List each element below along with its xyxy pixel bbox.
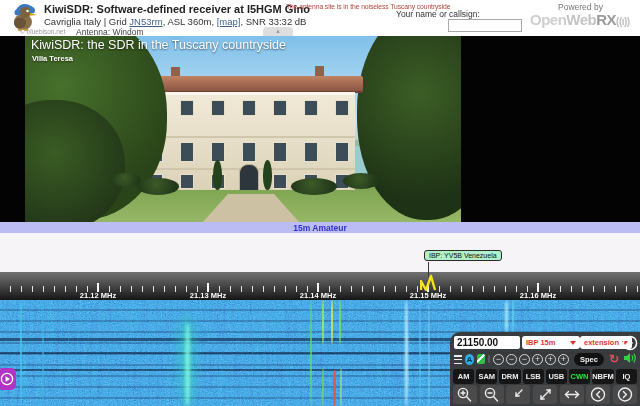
villa-window (273, 174, 287, 189)
mode-button-iq[interactable]: IQ (616, 369, 637, 384)
beacon-label[interactable]: IBP: YV5B Venezuela (424, 250, 502, 261)
wf-minus-button-1[interactable]: − (506, 354, 517, 365)
snapshot-icon[interactable] (477, 354, 485, 364)
villa-facade (143, 92, 355, 190)
signal-streak (548, 300, 550, 330)
mode-button-nbfm[interactable]: NBFM (592, 369, 614, 384)
frequency-scale[interactable]: 21.12 MHz21.13 MHz21.14 MHz21.15 MHz21.1… (0, 272, 640, 300)
band-select[interactable]: IBP 15m (522, 336, 580, 349)
photo-cypress (213, 160, 222, 190)
zoom-button-row (453, 385, 637, 404)
villa-window (211, 142, 225, 162)
play-icon (622, 335, 638, 351)
brand-open: Open (530, 11, 566, 28)
band-bar-15m[interactable]: 15m Amateur (0, 222, 640, 233)
band-select-value: IBP 15m (526, 338, 555, 347)
speaker-icon[interactable] (623, 350, 636, 368)
photo-bush (111, 173, 141, 187)
kiwisdr-app: KiwiSDR: Software-defined receiver at I5… (0, 0, 640, 406)
openwebrx-logo: OpenWebRX((ı)) (530, 11, 630, 28)
wf-minus-button-2[interactable]: − (519, 354, 530, 365)
signal-streak (42, 300, 44, 406)
villa-window (180, 100, 194, 116)
mode-button-lsb[interactable]: LSB (523, 369, 544, 384)
zoom-to-band-button[interactable] (506, 385, 530, 404)
extension-select-value: extension (584, 338, 619, 347)
signal-streak (20, 300, 22, 406)
play-circle-icon (0, 372, 14, 386)
brand-waves: ((ı)) (616, 16, 630, 27)
signal-streak (331, 300, 333, 344)
signal-streak (68, 300, 69, 406)
villa-roof (135, 76, 363, 93)
tick-label: 21.12 MHz (80, 291, 116, 300)
panel-toggle-button[interactable] (0, 368, 16, 390)
page-down-button[interactable] (586, 385, 610, 404)
villa-window (304, 142, 318, 162)
wf-plus-button-3[interactable]: + (532, 354, 543, 365)
location-prefix: Cavriglia Italy | Grid (44, 16, 129, 27)
receiver-title: KiwiSDR: Software-defined receiver at I5… (44, 3, 310, 15)
villa-window (335, 142, 349, 162)
tick-label: 21.13 MHz (190, 291, 226, 300)
photo-bush (343, 173, 379, 189)
signal-streak (252, 300, 253, 406)
signal-streak (428, 300, 430, 406)
status-indicator (488, 355, 490, 363)
mode-button-am[interactable]: AM (453, 369, 474, 384)
autoscale-button[interactable]: A (465, 354, 474, 365)
villa-window (273, 100, 287, 116)
villa-window (242, 142, 256, 162)
antenna-info: Antenna: Windom (76, 27, 144, 37)
villa-window (180, 142, 194, 162)
reload-icon[interactable]: ↻ (609, 354, 619, 364)
villa-window-row (149, 100, 349, 116)
control-panel: IBP 15m extension A −−−+++ Spec ↻ (450, 332, 640, 406)
tick-label: 21.16 MHz (520, 291, 556, 300)
signal-streak (512, 300, 514, 332)
spectrum-area[interactable] (0, 233, 640, 272)
grid-link[interactable]: JN53rm (129, 16, 162, 27)
photo-villa (143, 76, 355, 190)
frequency-input[interactable] (454, 336, 520, 349)
villa-photo: KiwiSDR: the SDR in the Tuscany countrys… (25, 36, 461, 222)
villa-window (211, 100, 225, 116)
brand-web: Web (566, 11, 596, 28)
villa-window (335, 100, 349, 116)
spectrum-toggle-button[interactable]: Spec (574, 353, 604, 366)
photo-bush (291, 178, 337, 195)
zoom-in-button[interactable] (453, 385, 477, 404)
callsign-input[interactable] (448, 19, 522, 32)
panel-icon-row: A −−−+++ Spec ↻ (454, 353, 636, 365)
callsign-label: Your name or callsign: (396, 9, 480, 19)
wf-plus-button-4[interactable]: + (545, 354, 556, 365)
mode-button-sam[interactable]: SAM (476, 369, 497, 384)
villa-window-row (149, 142, 349, 162)
wf-minus-button-0[interactable]: − (493, 354, 504, 365)
page-up-button[interactable] (613, 385, 637, 404)
villa-window (273, 142, 287, 162)
wf-plus-button-5[interactable]: + (558, 354, 569, 365)
villa-window (304, 100, 318, 116)
location-suffix: , SNR 33:32 dB (240, 16, 306, 27)
chevron-down-icon (570, 341, 576, 345)
tick-label: 21.15 MHz (410, 291, 446, 300)
photo-subcaption: Villa Teresa (32, 54, 73, 63)
signal-streak (419, 300, 421, 406)
volume-buttons: −−−+++ (493, 354, 569, 365)
passband-width-button[interactable] (560, 385, 584, 404)
zoom-max-out-button[interactable] (533, 385, 557, 404)
tuning-cursor[interactable] (420, 274, 437, 291)
map-link[interactable]: [map] (217, 16, 241, 27)
signal-streak (310, 300, 312, 406)
mode-button-drm[interactable]: DRM (499, 369, 520, 384)
mode-button-usb[interactable]: USB (546, 369, 567, 384)
zoom-out-button[interactable] (480, 385, 504, 404)
menu-icon[interactable] (454, 355, 462, 364)
brand-rx: RX (596, 11, 616, 28)
header-collapse-tab[interactable]: ▲ (263, 27, 293, 36)
mode-button-cwn[interactable]: CWN (569, 369, 590, 384)
photo-cypress (263, 160, 272, 190)
band-bar-label: 15m Amateur (293, 223, 347, 233)
logo-credit: © bluebison.net (20, 28, 65, 35)
